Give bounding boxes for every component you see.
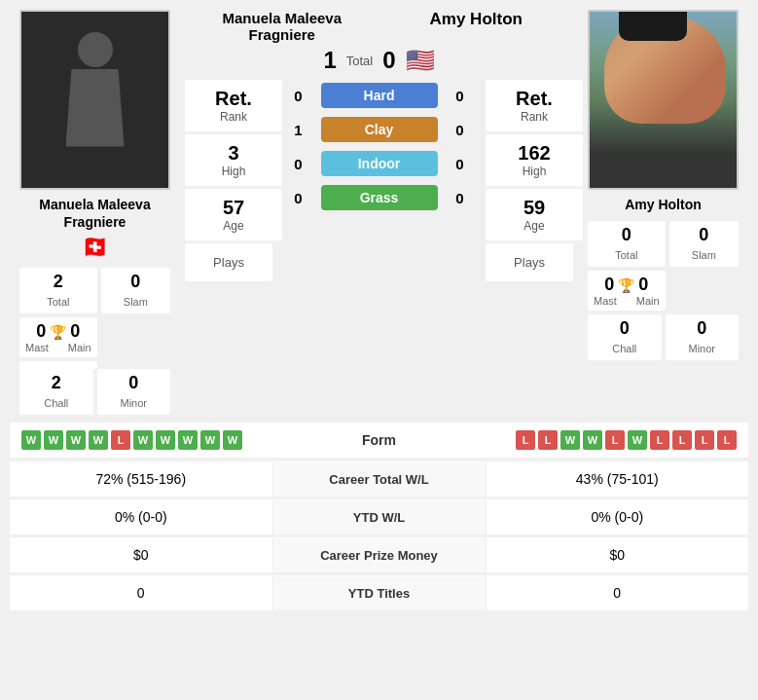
form-badge: W <box>583 430 602 450</box>
middle-section: Manuela Maleeva Fragniere Amy Holton 1 T… <box>180 10 578 281</box>
form-badge: W <box>44 430 63 450</box>
p2-mast-stat: 0 🏆 0 Mast Main <box>588 271 666 311</box>
p2-minor-cell: 0 Minor <box>666 314 740 360</box>
stats-p2-value: $0 <box>487 537 749 572</box>
p2-high-panel: 162 High <box>486 134 583 186</box>
p2-chall-minor-row: 0 Chall 0 Minor <box>588 314 739 360</box>
p2-hard-score: 0 <box>446 88 475 104</box>
p1-chall-label: Chall <box>44 397 68 409</box>
p2-form-badges: LLWWLWLLLL <box>438 430 738 450</box>
form-badge: W <box>223 430 242 450</box>
clay-row: 1 Clay 0 <box>276 117 482 142</box>
indoor-btn: Indoor <box>321 151 438 176</box>
total-score-row: 1 Total 0 🇺🇸 <box>185 47 573 74</box>
hard-row: 0 Hard 0 <box>276 83 482 108</box>
p1-slam-label: Slam <box>124 296 148 308</box>
stats-p1-value: 0% (0-0) <box>10 499 272 534</box>
p1-name-center: Manuela Maleeva Fragniere <box>185 10 379 43</box>
p2-slam-stat: 0 Slam <box>669 221 739 267</box>
p1-rank-value: Ret. <box>197 88 271 110</box>
p1-chall-value: 2 <box>25 373 88 393</box>
form-badge: W <box>200 430 220 450</box>
p2-age-value: 59 <box>497 197 571 219</box>
indoor-row: 0 Indoor 0 <box>276 151 482 176</box>
p1-high-panel: 3 High <box>185 134 282 186</box>
p1-high-value: 3 <box>197 142 271 165</box>
p1-form-badges: WWWWLWWWWW <box>21 430 321 450</box>
stats-label: Career Total W/L <box>272 462 487 497</box>
p1-mast-row: 0 🏆 0 <box>36 321 80 342</box>
sil-head <box>78 32 113 67</box>
p1-indoor-score: 0 <box>284 156 313 172</box>
p2-chall-label: Chall <box>612 343 636 354</box>
p2-total-score: 0 <box>382 47 395 74</box>
grass-row: 0 Grass 0 <box>276 185 482 210</box>
p1-clay-score: 1 <box>284 122 313 138</box>
p1-minor-cell: 0 Minor <box>97 369 171 415</box>
p1-mast-main-labels: Mast Main <box>25 342 91 353</box>
stats-p2-value: 0% (0-0) <box>487 499 749 534</box>
p1-rank-panel: Ret. Rank <box>185 80 282 131</box>
form-badge: W <box>66 430 86 450</box>
form-badge: L <box>650 430 669 450</box>
form-badge: W <box>133 430 153 450</box>
p1-mast-stat: 0 🏆 0 Mast Main <box>19 317 97 357</box>
p2-high-label: High <box>497 165 571 178</box>
stats-label: YTD W/L <box>272 500 487 534</box>
stats-p1-value: 0 <box>10 575 272 610</box>
p2-total-label: Total <box>615 249 637 261</box>
form-badge: L <box>605 430 625 450</box>
stats-p2-value: 0 <box>487 575 749 610</box>
p2-mast-row: 0 🏆 0 <box>604 275 648 295</box>
p2-high-value: 162 <box>497 142 571 165</box>
p2-rank-value: Ret. <box>497 88 571 110</box>
player1-photo <box>19 10 170 190</box>
p2-plays-panel: Plays <box>486 243 573 281</box>
p2-minor-label: Minor <box>688 343 715 354</box>
p2-side-panels: Ret. Rank 162 High 59 Age Plays <box>486 80 573 281</box>
clay-btn: Clay <box>321 117 438 142</box>
p1-chall-cell: 2 Chall <box>19 369 93 415</box>
player1-name: Manuela Maleeva Fragniere <box>10 196 180 231</box>
p1-grass-score: 0 <box>284 190 313 206</box>
form-badge: W <box>628 430 647 450</box>
p1-minor-value: 0 <box>103 373 165 393</box>
p1-rank-label: Rank <box>197 110 271 124</box>
p2-minor-value: 0 <box>671 318 734 339</box>
p1-mast-label: Mast <box>25 342 49 353</box>
form-badge: W <box>21 430 41 450</box>
stats-row: 72% (515-196)Career Total W/L43% (75-101… <box>10 461 748 497</box>
p2-chall-cell: 0 Chall <box>588 314 662 360</box>
form-section: WWWWLWWWWW Form LLWWLWLLLL <box>10 423 748 458</box>
p1-high-label: High <box>197 165 271 178</box>
p2-rank-label: Rank <box>497 110 571 124</box>
stats-p1-value: $0 <box>10 537 272 572</box>
p2-name-center: Amy Holton <box>379 10 574 43</box>
stats-p1-value: 72% (515-196) <box>10 461 272 497</box>
p2-clay-score: 0 <box>446 122 475 138</box>
p2-main-label: Main <box>636 295 660 307</box>
total-label: Total <box>346 54 373 68</box>
stats-row: $0Career Prize Money$0 <box>10 537 748 572</box>
p1-age-panel: 57 Age <box>185 189 282 240</box>
trophy-icon: 🏆 <box>50 324 66 340</box>
p2-mast-main-labels: Mast Main <box>594 295 660 307</box>
main-container: Manuela Maleeva Fragniere 🇨🇭 2 Total 0 S… <box>0 0 758 623</box>
p1-total-score: 1 <box>323 47 336 74</box>
p2-rank-panel: Ret. Rank <box>486 80 583 131</box>
names-row: Manuela Maleeva Fragniere Amy Holton <box>185 10 573 43</box>
form-badge: W <box>89 430 108 450</box>
p2-total-stat: 0 Total <box>588 221 666 267</box>
p1-slam-value: 0 <box>107 272 164 292</box>
hard-btn: Hard <box>321 83 438 108</box>
player2-photo <box>588 10 739 190</box>
stats-row: 0% (0-0)YTD W/L0% (0-0) <box>10 499 748 534</box>
bottom-stats: 72% (515-196)Career Total W/L43% (75-101… <box>10 461 748 610</box>
p1-hard-score: 0 <box>284 88 313 104</box>
p2-age-label: Age <box>497 219 571 233</box>
p1-minor-label: Minor <box>120 397 147 409</box>
p2-mast-value: 0 <box>604 275 614 295</box>
p1-chall-stat <box>19 361 97 369</box>
p1-side-panels: Ret. Rank 3 High 57 Age Plays <box>185 80 272 281</box>
form-badge: L <box>695 430 714 450</box>
